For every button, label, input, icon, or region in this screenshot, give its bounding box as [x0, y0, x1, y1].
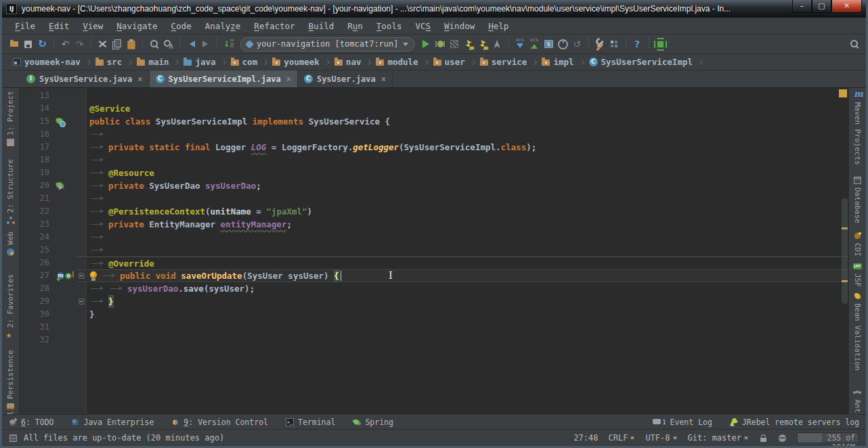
code-text[interactable]: private static final Logger LOG = Logger…: [86, 141, 848, 154]
tool-stripe-item-bean-validation[interactable]: Bean Validation: [853, 292, 862, 370]
tab-sysuserserviceimpl-java[interactable]: CSysUserServiceImpl.java×: [150, 70, 298, 87]
jrebel-run-icon[interactable]: [462, 38, 475, 50]
code-text[interactable]: [86, 128, 848, 141]
toolwindow-terminal[interactable]: Terminal: [286, 418, 335, 427]
fold-marker-end[interactable]: [79, 298, 85, 305]
code-line-30[interactable]: 30}: [20, 308, 848, 321]
code-text[interactable]: public class SysUserServiceImpl implemen…: [86, 115, 848, 128]
maximize-button[interactable]: ▢: [812, 0, 831, 13]
breadcrumb-item-java[interactable]: java: [182, 57, 217, 67]
code-line-29[interactable]: 29}: [20, 295, 848, 308]
close-button[interactable]: ✕: [831, 0, 862, 13]
paste-icon[interactable]: [125, 38, 137, 50]
breadcrumb-item-youmeek[interactable]: youmeek: [271, 57, 321, 67]
run-configuration-selector[interactable]: your-navigation [tomcat7:run]: [240, 37, 414, 51]
tool-stripe-item-ant[interactable]: Ant: [853, 388, 862, 413]
code-line-31[interactable]: 31: [20, 321, 848, 334]
code-line-27[interactable]: 27public void saveOrUpdate(SysUser sysUs…: [20, 269, 848, 282]
code-text[interactable]: sysUserDao.save(sysUser);: [86, 282, 848, 295]
redo-icon[interactable]: [73, 38, 86, 50]
menu-item-analyze[interactable]: Analyze: [199, 20, 247, 32]
vcs-commit-icon[interactable]: [528, 38, 541, 50]
forward-icon[interactable]: [199, 38, 212, 50]
tool-stripe-item-el[interactable]: el: [6, 411, 15, 414]
tool-stripe-item-jsf[interactable]: JSF: [853, 262, 862, 287]
menu-item-navigate[interactable]: Navigate: [110, 20, 163, 32]
code-text[interactable]: [86, 244, 848, 256]
project-structure-icon[interactable]: [608, 38, 621, 50]
breadcrumb-item-user[interactable]: user: [432, 57, 466, 67]
line-numbers-icon[interactable]: [222, 38, 235, 50]
toolwindow-9-version-control[interactable]: 9: Version Control: [171, 418, 268, 427]
tab-sysuserservice-java[interactable]: ISysUserService.java×: [20, 70, 150, 87]
editor-scrollbar[interactable]: [841, 88, 848, 414]
close-tab-icon[interactable]: ×: [137, 74, 142, 84]
tool-stripe-item-2-favorites[interactable]: 2: Favorites: [6, 274, 15, 339]
settings-icon[interactable]: [594, 38, 607, 50]
menu-item-edit[interactable]: Edit: [43, 20, 75, 32]
cut-icon[interactable]: [96, 38, 109, 50]
hector-inspections-icon[interactable]: [778, 434, 787, 443]
breadcrumb-item-nav[interactable]: nav: [333, 57, 363, 67]
warning-stripe-mark[interactable]: [842, 227, 848, 229]
override-marker-icon[interactable]: [65, 272, 73, 280]
code-text[interactable]: }: [86, 308, 848, 321]
vcs-branch-selector[interactable]: Git: master: [688, 433, 749, 443]
tool-stripe-item-maven-projects[interactable]: Maven Projects: [853, 91, 862, 165]
caret-position[interactable]: 27:48: [573, 433, 598, 443]
breadcrumb-item-sysuserserviceimpl[interactable]: CSysUserServiceImpl: [588, 57, 694, 67]
code-line-13[interactable]: 13: [20, 89, 848, 102]
code-text[interactable]: }: [86, 295, 848, 308]
menu-item-view[interactable]: View: [77, 20, 109, 32]
tab-sysuser-java[interactable]: CSysUser.java×: [298, 70, 393, 87]
code-text[interactable]: @PersistenceContext(unitName = "jpaXml"): [86, 205, 848, 218]
code-line-28[interactable]: 28sysUserDao.save(sysUser);: [20, 282, 848, 295]
line-separator-selector[interactable]: CRLF: [608, 433, 635, 443]
breadcrumb-item-com[interactable]: com: [230, 57, 259, 67]
tool-stripe-item-1-project[interactable]: 1: Project: [6, 91, 15, 147]
scrollbar-thumb[interactable]: [842, 198, 848, 304]
copy-icon[interactable]: [110, 38, 123, 50]
code-line-25[interactable]: 25: [20, 244, 848, 256]
tool-stripe-item-cdi[interactable]: CDI: [853, 231, 862, 256]
close-tab-icon[interactable]: ×: [381, 74, 386, 84]
breadcrumb-item-main[interactable]: main: [135, 57, 170, 67]
jrebel-debug-icon[interactable]: [477, 38, 490, 50]
rollback-icon[interactable]: [571, 38, 584, 50]
readonly-lock-icon[interactable]: [759, 434, 768, 443]
code-line-15[interactable]: 15public class SysUserServiceImpl implem…: [20, 115, 848, 128]
code-text[interactable]: private SysUserDao sysUserDao;: [86, 179, 848, 192]
open-folder-icon[interactable]: [7, 38, 20, 50]
menu-item-file[interactable]: File: [9, 20, 41, 32]
toolwindow-6-todo[interactable]: 6: TODO: [9, 418, 53, 427]
run-icon[interactable]: [420, 38, 433, 50]
code-text[interactable]: private EntityManager entityManager;: [86, 218, 848, 231]
code-text[interactable]: @Resource: [86, 166, 848, 179]
menu-item-window[interactable]: Window: [438, 20, 481, 32]
tool-stripe-item-database[interactable]: Database: [853, 176, 862, 223]
code-text[interactable]: @Service: [86, 102, 848, 115]
help-icon[interactable]: [631, 38, 644, 50]
local-history-icon[interactable]: [557, 38, 569, 50]
code-text[interactable]: [86, 89, 848, 102]
code-text[interactable]: [86, 334, 848, 346]
vcs-update-icon[interactable]: [514, 38, 527, 50]
code-text[interactable]: [86, 231, 848, 244]
back-icon[interactable]: [185, 38, 198, 50]
replace-icon[interactable]: [162, 38, 175, 50]
code-line-23[interactable]: 23private EntityManager entityManager;: [20, 218, 848, 231]
spring-autowire-icon[interactable]: [56, 182, 64, 190]
menu-item-code[interactable]: Code: [165, 20, 198, 32]
code-line-26[interactable]: 26@Override: [20, 256, 848, 269]
undo-icon[interactable]: [59, 38, 72, 50]
breadcrumb-item-impl[interactable]: impl: [540, 57, 575, 67]
save-all-icon[interactable]: [22, 38, 35, 50]
code-line-14[interactable]: 14@Service: [20, 102, 848, 115]
toolwindow-spring[interactable]: Spring: [353, 418, 393, 427]
code-editor[interactable]: 1314@Service15public class SysUserServic…: [20, 88, 848, 414]
debug-icon[interactable]: [434, 38, 447, 50]
toolwindow-event-log[interactable]: 1 Event Log: [653, 418, 712, 427]
menu-item-refactor[interactable]: Refactor: [248, 20, 301, 32]
code-text[interactable]: [86, 321, 848, 334]
menu-item-help[interactable]: Help: [482, 20, 515, 32]
